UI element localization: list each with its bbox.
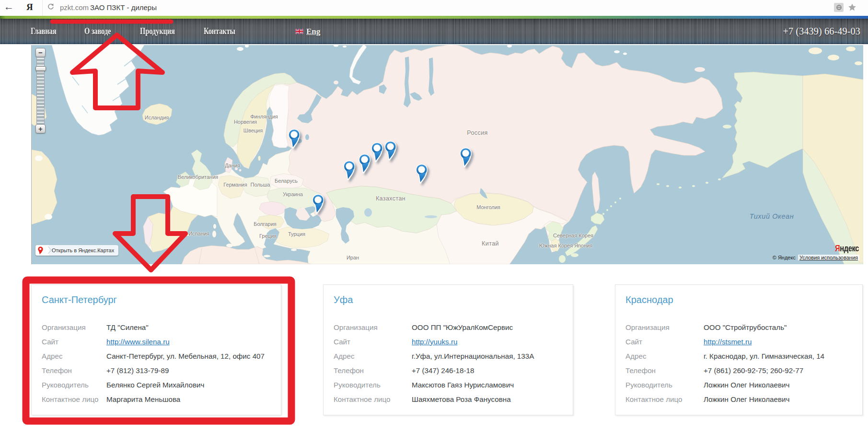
zoom-slider-track[interactable] (36, 57, 45, 124)
card-city-title: Санкт-Петербург (42, 294, 117, 305)
card-field-row: Организация ТД "Силена" (42, 320, 276, 334)
nav-item-home[interactable]: Главная (31, 19, 56, 44)
map-franz-josef2 (343, 46, 347, 47)
map-labrador-white1 (35, 155, 43, 161)
field-value: Санкт-Петербург, ул. Мебельная, 12, офис… (106, 352, 265, 360)
field-label: Телефон (334, 366, 412, 375)
yandex-map[interactable]: ИсландияНорвегияФинляндияШвецияДанияВели… (31, 45, 863, 264)
field-value: Ложкин Олег Николаевич (704, 381, 789, 389)
map-arctic-island4 (855, 61, 862, 65)
dealer-card-spb: Санкт-Петербург Организация ТД "Силена" … (31, 284, 281, 415)
reload-icon[interactable] (47, 3, 55, 11)
field-value: Ложкин Олег Николаевич (704, 395, 789, 403)
map-aleutian6 (657, 183, 660, 185)
map-copyright: © Яндекс (773, 255, 796, 260)
map-arctic-island1 (809, 47, 822, 54)
field-value: г. Краснодар, ул. Гимназическая, 14 (704, 352, 824, 360)
open-in-yandex-maps-button[interactable]: Открыть в Яндекс.Картах (35, 245, 118, 256)
map-denmark-isle1 (235, 167, 238, 170)
map-wrangel (694, 67, 705, 72)
card-field-row: Руководитель Ложкин Олег Николаевич (625, 377, 857, 392)
field-label: Телефон (42, 366, 106, 375)
bookmark-star-icon[interactable] (847, 2, 857, 12)
map-svalbard (237, 47, 243, 51)
map-sicily (226, 244, 233, 247)
field-label: Организация (625, 323, 704, 331)
field-label: Организация (42, 323, 106, 331)
field-label: Сайт (625, 338, 704, 346)
website-link[interactable]: http://stsmet.ru (704, 338, 752, 346)
card-field-row: Контактное лицо Маргарита Меньшова (42, 392, 276, 406)
map-new-siberian2 (623, 53, 627, 55)
map-newfoundland (45, 214, 52, 220)
field-label: Руководитель (42, 381, 106, 389)
open-in-yandex-maps-label: Открыть в Яндекс.Картах (49, 245, 118, 256)
yandex-browser-logo[interactable]: Я (26, 2, 33, 12)
field-value: http://stsmet.ru (704, 338, 752, 346)
map-kuril1 (602, 213, 604, 215)
nav-item-contacts[interactable]: Контакты (204, 19, 235, 44)
card-city-title: Краснодар (625, 294, 673, 305)
field-label: Контактное лицо (625, 395, 704, 403)
language-switch[interactable]: Eng (295, 19, 320, 44)
card-field-row: Адрес г. Краснодар, ул. Гимназическая, 1… (625, 349, 857, 363)
browser-toolbar: ← Я pzkt.com ЗАО ПЗКТ - дилеры (0, 0, 868, 16)
map-arctic-island3 (846, 47, 856, 51)
field-value: +7 (347) 246-18-18 (412, 366, 474, 375)
zoom-in-button[interactable]: + (35, 124, 46, 133)
field-value: http://www.silena.ru (106, 338, 170, 346)
field-value: Белянко Сергей Михайлович (106, 381, 205, 389)
field-value: г.Уфа, ул.Интернациональная, 133А (412, 352, 534, 360)
map-arctic-island2 (828, 55, 839, 60)
extension-badge-icon[interactable] (834, 3, 844, 12)
field-value: http://yuuks.ru (412, 338, 457, 346)
field-label: Контактное лицо (42, 395, 106, 403)
address-bar-divider (42, 0, 43, 16)
uk-flag-icon (295, 29, 303, 34)
field-value: +7 (812) 313-79-89 (106, 366, 169, 375)
map-new-siberian (614, 50, 620, 53)
card-field-row: Телефон +7 (347) 246-18-18 (334, 363, 568, 377)
map-aleutian1 (718, 178, 721, 180)
map-karaginsky (649, 133, 653, 140)
website-link[interactable]: http://yuuks.ru (412, 338, 457, 346)
terms-of-use-link[interactable]: Условия использования (798, 255, 859, 260)
field-value: ТД "Силена" (106, 323, 149, 331)
map-kuril2 (606, 209, 608, 211)
card-field-row: Организация ООО ПП "ЮжУралКомСервис (334, 320, 568, 334)
field-label: Адрес (334, 352, 412, 360)
field-label: Телефон (625, 366, 704, 375)
dealer-card-ufa: Уфа Организация ООО ПП "ЮжУралКомСервис … (323, 284, 573, 415)
card-field-row: Руководитель Белянко Сергей Михайлович (42, 377, 276, 392)
main-navigation: Главная О заводе Продукция Контакты Eng … (0, 19, 868, 44)
nav-item-eng: Eng (306, 27, 320, 36)
chevron-right-icon (45, 245, 49, 256)
map-kyushu (559, 255, 566, 263)
website-link[interactable]: http://www.silena.ru (106, 338, 170, 346)
zoom-out-button[interactable]: − (35, 48, 46, 57)
card-field-row: Руководитель Максютов Гаяз Нурисламович (334, 377, 568, 392)
nav-item-about[interactable]: О заводе (84, 19, 111, 44)
nav-item-products[interactable]: Продукция (140, 19, 175, 44)
map-aleutian5 (666, 185, 669, 187)
phone-number: +7 (3439) 66-49-03 (783, 19, 860, 44)
card-field-row: Сайт http://www.silena.ru (42, 334, 276, 349)
card-field-row: Сайт http://yuuks.ru (334, 334, 568, 349)
map-shikoku (571, 253, 579, 257)
back-icon[interactable]: ← (4, 1, 14, 12)
map-denmark-isle2 (239, 169, 242, 172)
field-value: ООО ПП "ЮжУралКомСервис (412, 323, 513, 331)
url-text[interactable]: pzkt.com (60, 3, 89, 12)
card-field-row: Организация ООО "Стройтрубосталь" (625, 320, 857, 334)
card-field-row: Адрес Санкт-Петербург, ул. Мебельная, 12… (42, 349, 276, 363)
yandex-logo[interactable]: Яндекс (835, 244, 859, 254)
zoom-slider-handle[interactable] (35, 66, 46, 71)
map-lake-balkhash (425, 215, 437, 218)
map-aleutian2 (706, 182, 708, 184)
field-value: ООО "Стройтрубосталь" (704, 323, 787, 331)
field-value: Маргарита Меньшова (106, 395, 180, 403)
card-field-row: Контактное лицо Ложкин Олег Николаевич (625, 392, 857, 406)
map-balearic (185, 234, 189, 236)
map-aleutian3 (692, 185, 695, 187)
map-corsica (213, 224, 216, 229)
